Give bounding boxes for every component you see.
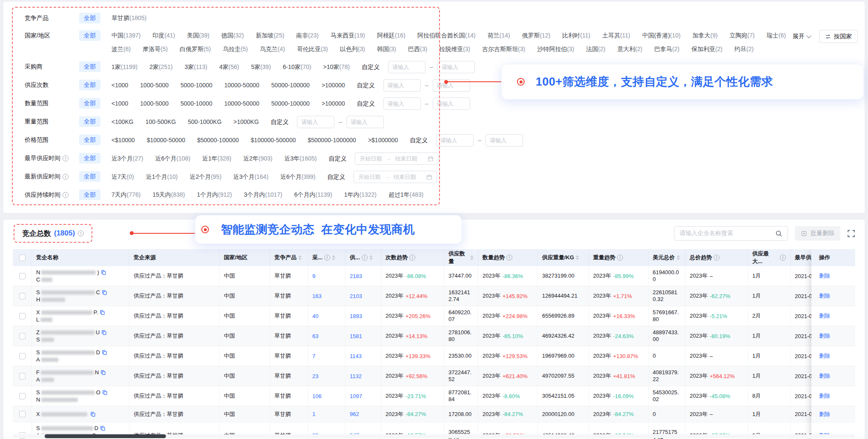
filter-option[interactable]: 中国(1397): [111, 30, 140, 41]
delete-link[interactable]: 删除: [819, 392, 830, 400]
custom-option[interactable]: 自定义: [362, 61, 380, 73]
filter-option[interactable]: 意大利(2): [617, 43, 642, 55]
cell-text[interactable]: 1: [312, 411, 315, 417]
copy-icon[interactable]: [102, 290, 107, 295]
sort-carets-icon[interactable]: [369, 255, 373, 260]
filter-all-chip[interactable]: 全部: [79, 189, 100, 200]
sort-carets-icon[interactable]: [576, 255, 579, 260]
filter-option[interactable]: 6个月内(1139): [294, 189, 332, 201]
cell-text[interactable]: 962: [350, 411, 359, 417]
filter-option[interactable]: 南非(23): [296, 30, 319, 41]
custom-max-input[interactable]: 请输入: [433, 98, 470, 110]
filter-option[interactable]: 1家(1199): [111, 61, 137, 73]
filter-option[interactable]: 5000-10000: [180, 80, 212, 91]
fullscreen-icon[interactable]: [847, 230, 855, 238]
expand-link[interactable]: 展开: [793, 33, 811, 40]
filter-option[interactable]: 50000-100000: [271, 98, 310, 109]
delete-link[interactable]: 删除: [819, 352, 830, 360]
filter-option[interactable]: 拉脱维亚(3): [439, 43, 470, 55]
custom-min-input[interactable]: 请输入: [383, 79, 421, 92]
custom-option[interactable]: 自定义: [357, 98, 375, 109]
filter-option[interactable]: 巴西(3): [408, 43, 427, 55]
custom-min-input[interactable]: 请输入: [297, 116, 334, 128]
filter-option[interactable]: 1000-5000: [140, 80, 168, 91]
copy-icon[interactable]: [101, 270, 106, 275]
filter-all-chip[interactable]: 全部: [79, 135, 100, 145]
copy-icon[interactable]: [100, 310, 105, 315]
select-all-checkbox[interactable]: [19, 255, 26, 261]
row-checkbox[interactable]: [19, 393, 26, 399]
filter-option[interactable]: >100000: [322, 98, 345, 109]
cell-text[interactable]: 1143: [350, 353, 362, 359]
filter-option[interactable]: 1年内(1322): [344, 189, 377, 201]
filter-option[interactable]: 50000-100000: [271, 80, 310, 91]
cell-text[interactable]: 106: [312, 393, 322, 399]
filter-option[interactable]: $10000-50000: [147, 135, 185, 146]
sort-carets-icon[interactable]: [677, 255, 680, 260]
filter-all-chip[interactable]: 全部: [79, 80, 100, 90]
delete-link[interactable]: 删除: [819, 410, 830, 418]
batch-delete-button[interactable]: 批量删除: [795, 226, 840, 241]
filter-option[interactable]: 10000-50000: [224, 80, 260, 91]
custom-min-input[interactable]: 请输入: [436, 134, 474, 146]
filter-all-chip[interactable]: 全部: [79, 116, 100, 127]
filter-option[interactable]: 马来西亚(19): [331, 30, 365, 41]
filter-option[interactable]: 500-1000KG: [188, 116, 221, 128]
filter-option[interactable]: 新加坡(25): [256, 30, 284, 41]
filter-option[interactable]: 加拿大(9): [692, 30, 717, 41]
filter-option[interactable]: 近3个月(164): [233, 171, 268, 183]
delete-link[interactable]: 删除: [819, 372, 830, 380]
filter-option[interactable]: 印度(41): [152, 30, 175, 41]
cell-text[interactable]: 40: [312, 313, 318, 319]
filter-option[interactable]: $50000-100000: [197, 135, 239, 146]
filter-option[interactable]: 美国(39): [187, 30, 209, 41]
filter-option[interactable]: 近1个月(10): [146, 171, 178, 183]
copy-icon[interactable]: [100, 370, 106, 375]
custom-option[interactable]: 自定义: [271, 116, 288, 128]
cell-text[interactable]: 9: [312, 273, 315, 279]
filter-option[interactable]: 1000-5000: [140, 98, 168, 109]
filter-option[interactable]: 5000-10000: [180, 98, 212, 109]
filter-option[interactable]: 3家(113): [185, 61, 207, 73]
filter-option[interactable]: 以色列(3): [340, 43, 365, 55]
row-checkbox[interactable]: [19, 353, 26, 359]
filter-all-chip[interactable]: 全部: [79, 153, 100, 164]
date-range-input[interactable]: 开始日期→结束日期: [354, 171, 437, 183]
custom-option[interactable]: 自定义: [410, 135, 428, 146]
filter-option[interactable]: 近1年(328): [202, 153, 231, 164]
row-checkbox[interactable]: [19, 411, 26, 417]
filter-option[interactable]: >100000: [322, 80, 345, 91]
row-checkbox[interactable]: [19, 313, 26, 319]
filter-option[interactable]: 近3年(1605): [284, 153, 317, 164]
filter-all-chip[interactable]: 全部: [79, 171, 100, 182]
filter-option[interactable]: 2家(251): [149, 61, 172, 73]
filter-option[interactable]: 近7天(0): [111, 171, 134, 183]
row-checkbox[interactable]: [19, 293, 26, 299]
filter-option[interactable]: 土耳其(11): [602, 30, 630, 41]
cell-text[interactable]: 23: [312, 373, 318, 379]
sort-carets-icon[interactable]: [332, 255, 335, 260]
sort-carets-icon[interactable]: [470, 255, 474, 260]
custom-option[interactable]: 自定义: [328, 153, 346, 164]
filter-option[interactable]: 4家(56): [219, 61, 239, 73]
delete-link[interactable]: 删除: [819, 332, 830, 340]
delete-link[interactable]: 删除: [819, 292, 830, 300]
cell-text[interactable]: 7: [312, 353, 315, 359]
filter-option[interactable]: 吉尔吉斯斯坦(3): [482, 43, 525, 55]
filter-option[interactable]: >1000KG: [234, 116, 259, 128]
custom-option[interactable]: 自定义: [357, 80, 375, 91]
filter-option[interactable]: 100-500KG: [146, 116, 176, 128]
filter-option[interactable]: >$1000000: [368, 135, 398, 146]
filter-option[interactable]: <$10000: [111, 135, 135, 146]
filter-all-chip[interactable]: 全部: [79, 30, 100, 41]
filter-option[interactable]: 5家(39): [251, 61, 271, 73]
filter-option[interactable]: 约旦(2): [734, 43, 754, 55]
filter-option[interactable]: 沙特阿拉伯(3): [537, 43, 574, 55]
filter-option[interactable]: 近6个月(399): [280, 171, 315, 183]
filter-option[interactable]: >10家(78): [323, 61, 350, 73]
filter-option[interactable]: 15天内(838): [152, 189, 185, 201]
custom-max-input[interactable]: 请输入: [346, 116, 384, 128]
row-checkbox[interactable]: [19, 333, 26, 339]
custom-option[interactable]: 自定义: [327, 171, 345, 183]
copy-icon[interactable]: [102, 350, 107, 355]
